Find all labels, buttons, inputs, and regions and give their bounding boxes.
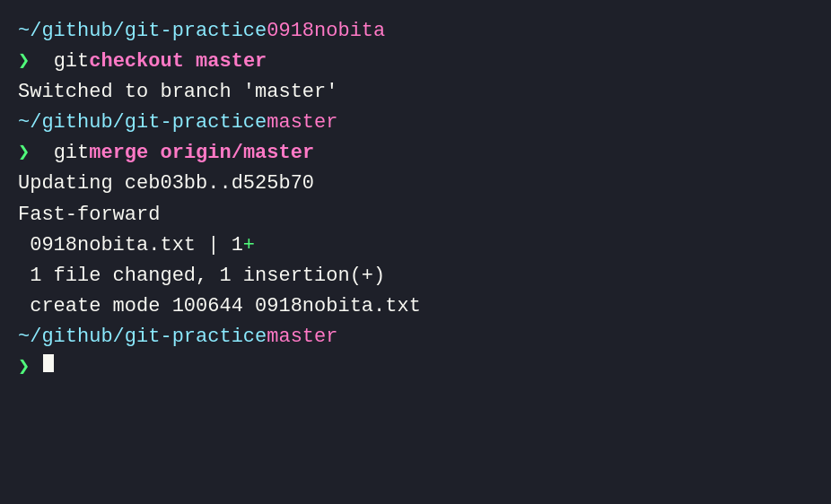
cmd-git: git: [30, 138, 89, 169]
terminal-window: ~/github/git-practice 0918nobita ❯ git c…: [18, 16, 813, 383]
terminal-line-12: ❯: [18, 352, 813, 383]
output-text: 0918nobita.txt | 1: [18, 230, 243, 261]
output-text: 1 file changed, 1 insertion(+): [18, 261, 385, 291]
terminal-line-3: Switched to branch 'master': [18, 77, 813, 108]
output-text: Updating ceb03bb..d525b70: [18, 169, 314, 199]
branch-text: master: [267, 108, 337, 138]
output-text: Fast-forward: [18, 200, 160, 230]
branch-text: master: [267, 322, 337, 352]
terminal-line-10: create mode 100644 0918nobita.txt: [18, 291, 813, 322]
branch-text: 0918nobita: [267, 16, 385, 47]
prompt-symbol: ❯: [18, 138, 30, 169]
terminal-line-8: 0918nobita.txt | 1 +: [18, 230, 813, 261]
terminal-cursor: [43, 354, 54, 372]
terminal-line-1: ~/github/git-practice 0918nobita: [18, 16, 813, 47]
path-text: ~/github/git-practice: [18, 16, 267, 47]
path-text: ~/github/git-practice: [18, 108, 267, 138]
path-text: ~/github/git-practice: [18, 322, 267, 352]
output-text: create mode 100644 0918nobita.txt: [18, 291, 421, 322]
output-text: Switched to branch 'master': [18, 77, 337, 108]
terminal-line-9: 1 file changed, 1 insertion(+): [18, 261, 813, 291]
terminal-line-11: ~/github/git-practice master: [18, 322, 813, 352]
terminal-line-7: Fast-forward: [18, 200, 813, 230]
cmd-git: git: [30, 47, 89, 77]
prompt-space: [30, 352, 41, 383]
prompt-symbol: ❯: [18, 352, 30, 383]
prompt-symbol: ❯: [18, 47, 30, 77]
output-plus: +: [243, 230, 255, 261]
terminal-line-5: ❯ git merge origin/master: [18, 138, 813, 169]
terminal-line-4: ~/github/git-practice master: [18, 108, 813, 138]
terminal-line-6: Updating ceb03bb..d525b70: [18, 169, 813, 199]
cmd-args: merge origin/master: [89, 138, 314, 169]
cmd-args: checkout master: [89, 47, 267, 77]
terminal-line-2: ❯ git checkout master: [18, 47, 813, 77]
